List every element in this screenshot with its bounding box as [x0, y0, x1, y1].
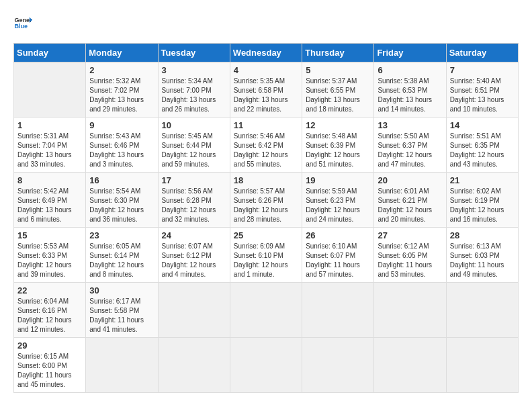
day-info: Sunrise: 6:09 AM Sunset: 6:10 PM Dayligh… — [234, 242, 298, 279]
column-header-saturday: Saturday — [446, 44, 518, 62]
day-info: Sunrise: 5:32 AM Sunset: 7:02 PM Dayligh… — [89, 77, 154, 114]
column-header-tuesday: Tuesday — [158, 44, 230, 62]
calendar-cell — [446, 338, 518, 393]
day-info: Sunrise: 5:45 AM Sunset: 6:44 PM Dayligh… — [162, 132, 226, 169]
calendar-cell: 18Sunrise: 5:57 AM Sunset: 6:26 PM Dayli… — [230, 173, 302, 228]
calendar-week-1: 2Sunrise: 5:32 AM Sunset: 7:02 PM Daylig… — [14, 62, 519, 118]
calendar-cell: 28Sunrise: 6:13 AM Sunset: 6:03 PM Dayli… — [446, 228, 518, 283]
day-info: Sunrise: 5:48 AM Sunset: 6:39 PM Dayligh… — [306, 132, 370, 169]
calendar-cell — [14, 62, 86, 118]
day-number: 6 — [378, 65, 442, 75]
day-number: 14 — [450, 120, 515, 130]
day-info: Sunrise: 5:56 AM Sunset: 6:28 PM Dayligh… — [162, 187, 226, 224]
day-number: 27 — [378, 230, 442, 240]
calendar-cell: 16Sunrise: 5:54 AM Sunset: 6:30 PM Dayli… — [86, 173, 158, 228]
calendar-cell: 24Sunrise: 6:07 AM Sunset: 6:12 PM Dayli… — [158, 228, 230, 283]
calendar-cell: 2Sunrise: 5:32 AM Sunset: 7:02 PM Daylig… — [86, 62, 158, 118]
day-info: Sunrise: 6:05 AM Sunset: 6:14 PM Dayligh… — [89, 242, 154, 279]
calendar-cell: 27Sunrise: 6:12 AM Sunset: 6:05 PM Dayli… — [374, 228, 446, 283]
day-number: 18 — [234, 175, 298, 185]
day-info: Sunrise: 5:57 AM Sunset: 6:26 PM Dayligh… — [234, 187, 298, 224]
day-info: Sunrise: 6:07 AM Sunset: 6:12 PM Dayligh… — [162, 242, 226, 279]
calendar-cell: 12Sunrise: 5:48 AM Sunset: 6:39 PM Dayli… — [302, 118, 374, 173]
day-number: 13 — [378, 120, 442, 130]
day-number: 21 — [450, 175, 515, 185]
calendar-cell: 23Sunrise: 6:05 AM Sunset: 6:14 PM Dayli… — [86, 228, 158, 283]
calendar-cell — [446, 283, 518, 338]
column-header-thursday: Thursday — [302, 44, 374, 62]
calendar-cell — [374, 283, 446, 338]
day-info: Sunrise: 6:12 AM Sunset: 6:05 PM Dayligh… — [378, 242, 442, 279]
calendar-table: SundayMondayTuesdayWednesdayThursdayFrid… — [13, 43, 519, 393]
calendar-cell: 3Sunrise: 5:34 AM Sunset: 7:00 PM Daylig… — [158, 62, 230, 118]
calendar-cell: 1Sunrise: 5:31 AM Sunset: 7:04 PM Daylig… — [14, 118, 86, 173]
day-number: 9 — [89, 120, 154, 130]
day-number: 26 — [306, 230, 370, 240]
calendar-cell — [302, 338, 374, 393]
day-number: 23 — [89, 230, 154, 240]
day-number: 16 — [89, 175, 154, 185]
calendar-week-4: 15Sunrise: 5:53 AM Sunset: 6:33 PM Dayli… — [14, 228, 519, 283]
calendar-cell: 11Sunrise: 5:46 AM Sunset: 6:42 PM Dayli… — [230, 118, 302, 173]
column-header-wednesday: Wednesday — [230, 44, 302, 62]
calendar-cell — [302, 283, 374, 338]
day-number: 25 — [234, 230, 298, 240]
day-number: 28 — [450, 230, 515, 240]
day-info: Sunrise: 5:34 AM Sunset: 7:00 PM Dayligh… — [162, 77, 226, 114]
calendar-cell: 21Sunrise: 6:02 AM Sunset: 6:19 PM Dayli… — [446, 173, 518, 228]
calendar-cell: 6Sunrise: 5:38 AM Sunset: 6:53 PM Daylig… — [374, 62, 446, 118]
column-header-monday: Monday — [86, 44, 158, 62]
calendar-cell: 26Sunrise: 6:10 AM Sunset: 6:07 PM Dayli… — [302, 228, 374, 283]
day-number: 22 — [17, 285, 82, 295]
day-number: 24 — [162, 230, 226, 240]
calendar-cell — [230, 338, 302, 393]
day-number: 3 — [162, 65, 226, 75]
calendar-week-3: 8Sunrise: 5:42 AM Sunset: 6:49 PM Daylig… — [14, 173, 519, 228]
day-info: Sunrise: 5:51 AM Sunset: 6:35 PM Dayligh… — [450, 132, 515, 169]
day-info: Sunrise: 6:10 AM Sunset: 6:07 PM Dayligh… — [306, 242, 370, 279]
day-info: Sunrise: 5:53 AM Sunset: 6:33 PM Dayligh… — [17, 242, 82, 279]
day-info: Sunrise: 6:02 AM Sunset: 6:19 PM Dayligh… — [450, 187, 515, 224]
calendar-week-6: 29Sunrise: 6:15 AM Sunset: 6:00 PM Dayli… — [14, 338, 519, 393]
day-number: 11 — [234, 120, 298, 130]
calendar-week-5: 22Sunrise: 6:04 AM Sunset: 6:16 PM Dayli… — [14, 283, 519, 338]
logo: General Blue — [13, 13, 32, 32]
calendar-cell: 5Sunrise: 5:37 AM Sunset: 6:55 PM Daylig… — [302, 62, 374, 118]
day-number: 19 — [306, 175, 370, 185]
calendar-cell — [158, 338, 230, 393]
calendar-cell — [374, 338, 446, 393]
day-number: 2 — [89, 65, 154, 75]
calendar-cell — [230, 283, 302, 338]
calendar-cell: 17Sunrise: 5:56 AM Sunset: 6:28 PM Dayli… — [158, 173, 230, 228]
calendar-cell: 25Sunrise: 6:09 AM Sunset: 6:10 PM Dayli… — [230, 228, 302, 283]
day-info: Sunrise: 6:15 AM Sunset: 6:00 PM Dayligh… — [17, 352, 82, 390]
column-header-sunday: Sunday — [14, 44, 86, 62]
day-number: 17 — [162, 175, 226, 185]
day-info: Sunrise: 5:37 AM Sunset: 6:55 PM Dayligh… — [306, 77, 370, 114]
calendar-cell: 8Sunrise: 5:42 AM Sunset: 6:49 PM Daylig… — [14, 173, 86, 228]
calendar-cell: 10Sunrise: 5:45 AM Sunset: 6:44 PM Dayli… — [158, 118, 230, 173]
day-info: Sunrise: 6:01 AM Sunset: 6:21 PM Dayligh… — [378, 187, 442, 224]
calendar-cell: 20Sunrise: 6:01 AM Sunset: 6:21 PM Dayli… — [374, 173, 446, 228]
day-number: 4 — [234, 65, 298, 75]
day-number: 30 — [89, 285, 154, 295]
day-info: Sunrise: 5:46 AM Sunset: 6:42 PM Dayligh… — [234, 132, 298, 169]
calendar-cell: 29Sunrise: 6:15 AM Sunset: 6:00 PM Dayli… — [14, 338, 86, 393]
calendar-cell — [158, 283, 230, 338]
day-info: Sunrise: 5:42 AM Sunset: 6:49 PM Dayligh… — [17, 187, 82, 224]
day-number: 29 — [17, 340, 82, 351]
day-info: Sunrise: 5:43 AM Sunset: 6:46 PM Dayligh… — [89, 132, 154, 169]
day-info: Sunrise: 5:35 AM Sunset: 6:58 PM Dayligh… — [234, 77, 298, 114]
day-info: Sunrise: 6:13 AM Sunset: 6:03 PM Dayligh… — [450, 242, 515, 279]
calendar-week-2: 1Sunrise: 5:31 AM Sunset: 7:04 PM Daylig… — [14, 118, 519, 173]
calendar-cell: 14Sunrise: 5:51 AM Sunset: 6:35 PM Dayli… — [446, 118, 518, 173]
day-info: Sunrise: 5:50 AM Sunset: 6:37 PM Dayligh… — [378, 132, 442, 169]
day-info: Sunrise: 5:54 AM Sunset: 6:30 PM Dayligh… — [89, 187, 154, 224]
day-number: 15 — [17, 230, 82, 240]
calendar-cell: 7Sunrise: 5:40 AM Sunset: 6:51 PM Daylig… — [446, 62, 518, 118]
calendar-cell: 30Sunrise: 6:17 AM Sunset: 5:58 PM Dayli… — [86, 283, 158, 338]
day-number: 7 — [450, 65, 515, 75]
day-number: 20 — [378, 175, 442, 185]
calendar-cell — [86, 338, 158, 393]
calendar-cell: 4Sunrise: 5:35 AM Sunset: 6:58 PM Daylig… — [230, 62, 302, 118]
